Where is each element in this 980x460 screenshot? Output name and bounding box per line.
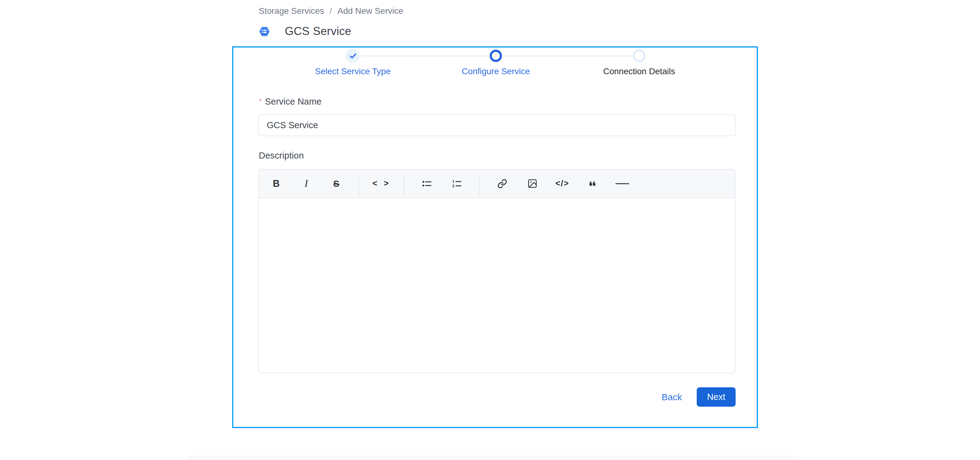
code-block-button[interactable]: </> [554, 175, 571, 192]
numbered-list-icon: 1 2 [452, 179, 462, 188]
description-editor-body[interactable] [258, 198, 736, 373]
image-icon [528, 179, 537, 188]
service-name-label: *Service Name [259, 97, 321, 107]
strikethrough-button[interactable]: S [328, 175, 345, 192]
step-label-configure-service[interactable]: Configure Service [462, 67, 530, 77]
blockquote-button[interactable] [584, 175, 601, 192]
breadcrumb-add-new-service[interactable]: Add New Service [337, 6, 403, 16]
bulleted-list-icon [422, 180, 432, 188]
inline-code-button[interactable]: < > [373, 175, 390, 192]
wizard-stepper: Select Service Type Configure Service Co… [233, 48, 757, 88]
step-pending-circle[interactable] [633, 50, 645, 62]
step-completed-circle[interactable] [346, 49, 360, 63]
toolbar-divider [479, 176, 480, 196]
stepper-connector-2 [503, 56, 632, 56]
service-name-label-text: Service Name [265, 97, 321, 106]
service-name-input[interactable] [258, 114, 736, 136]
step-label-select-service-type[interactable]: Select Service Type [315, 67, 391, 77]
description-editor: B I S < > 1 2 [258, 169, 736, 373]
numbered-list-button[interactable]: 1 2 [449, 175, 466, 192]
breadcrumb-storage-services[interactable]: Storage Services [259, 6, 324, 16]
image-button[interactable] [524, 175, 541, 192]
page-header: GCS Service [259, 25, 351, 38]
link-button[interactable] [494, 175, 511, 192]
step-active-circle[interactable] [490, 50, 502, 62]
horizontal-rule-icon [615, 182, 630, 185]
gcs-service-icon [259, 26, 270, 37]
blockquote-icon [587, 179, 598, 188]
breadcrumb: Storage Services / Add New Service [259, 6, 403, 16]
horizontal-rule-button[interactable] [614, 175, 631, 192]
step-label-connection-details[interactable]: Connection Details [603, 67, 675, 77]
configure-service-panel: Select Service Type Configure Service Co… [232, 46, 758, 428]
svg-text:2: 2 [452, 184, 455, 188]
stepper-connector-1 [361, 56, 488, 56]
description-label: Description [259, 150, 304, 161]
wizard-footer: Back Next [662, 387, 736, 407]
back-button[interactable]: Back [662, 392, 682, 402]
check-icon [349, 52, 357, 60]
toolbar-divider [404, 176, 404, 196]
required-asterisk: * [259, 97, 262, 106]
italic-button[interactable]: I [298, 175, 315, 192]
next-button[interactable]: Next [697, 387, 736, 407]
bulleted-list-button[interactable] [418, 175, 436, 192]
page-title: GCS Service [285, 25, 351, 38]
link-icon [497, 179, 507, 188]
below-fold-card-edge [187, 455, 799, 460]
bold-button[interactable]: B [268, 175, 285, 192]
editor-toolbar: B I S < > 1 2 [258, 169, 736, 198]
toolbar-divider [359, 176, 359, 196]
svg-text:1: 1 [452, 179, 455, 184]
breadcrumb-separator: / [329, 6, 332, 16]
